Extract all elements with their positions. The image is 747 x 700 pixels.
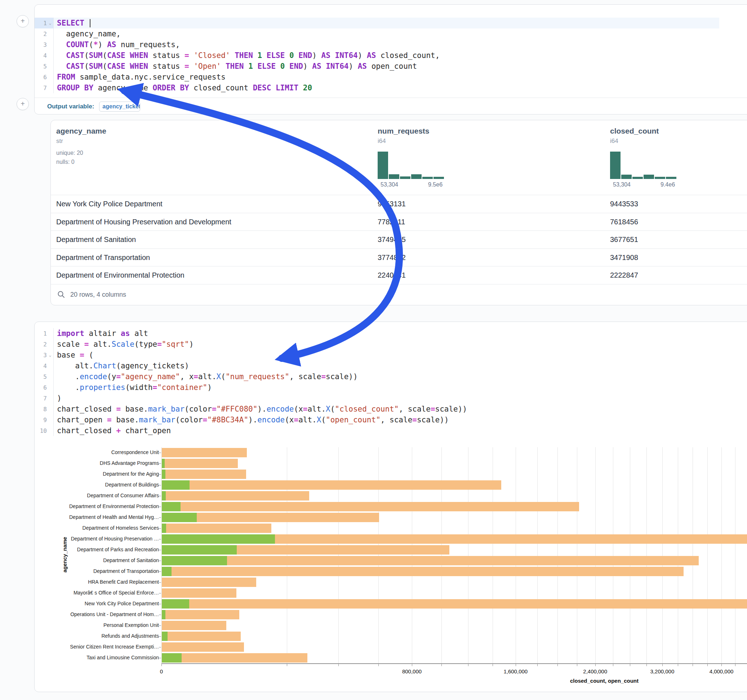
gridline — [721, 447, 722, 663]
bar-open-count — [162, 610, 165, 619]
y-axis-tick — [159, 593, 161, 593]
y-axis-tick — [159, 636, 161, 637]
gridline — [537, 447, 538, 663]
altair-chart: agency_name closed_count, open_count Cor… — [0, 0, 747, 700]
x-axis-tick — [378, 664, 379, 666]
x-axis-tick — [630, 664, 630, 666]
y-axis-tick — [159, 453, 161, 453]
y-axis-tick — [159, 658, 161, 658]
x-axis-tick-label: 2,400,000 — [583, 668, 607, 674]
y-axis-tick — [159, 561, 161, 561]
y-axis-label: Operations Unit - Department of Hom… — [57, 611, 159, 617]
bar-closed-count — [162, 469, 246, 479]
x-axis-tick — [558, 664, 558, 666]
x-axis-tick-label: 800,000 — [402, 668, 422, 674]
y-axis-label: Department of Buildings — [57, 482, 159, 487]
gridline — [412, 447, 412, 663]
bar-closed-count — [162, 653, 307, 662]
gridline — [693, 447, 693, 663]
x-axis-tick — [468, 664, 469, 666]
y-axis-tick — [159, 582, 161, 582]
bar-open-count — [162, 599, 189, 608]
gridline — [678, 447, 678, 663]
bar-closed-count — [162, 610, 239, 619]
y-axis-label: New York City Police Department — [57, 600, 159, 606]
bar-open-count — [162, 459, 165, 468]
bar-closed-count — [162, 491, 309, 501]
bar-open-count — [162, 513, 197, 522]
gridline — [493, 447, 493, 663]
gridline — [468, 447, 469, 663]
y-axis-label: Department of Transportation — [57, 568, 159, 574]
y-axis-tick — [159, 463, 161, 464]
y-axis-label: Department of Housing Preservation … — [57, 536, 159, 542]
x-axis-tick — [338, 664, 339, 666]
gridline — [338, 447, 339, 663]
x-axis-tick — [662, 664, 663, 666]
bar-open-count — [162, 523, 166, 533]
y-axis-label: Mayorâ€ s Office of Special Enforce… — [57, 590, 159, 596]
gridline — [662, 447, 663, 663]
x-axis-tick — [537, 664, 538, 666]
y-axis-tick — [159, 507, 161, 507]
gridline — [378, 447, 379, 663]
x-axis-tick — [442, 664, 442, 666]
gridline — [613, 447, 613, 663]
x-axis-tick — [162, 664, 162, 666]
y-axis-tick — [159, 485, 161, 486]
bar-closed-count — [162, 643, 244, 652]
bar-open-count — [162, 480, 189, 490]
gridline — [287, 447, 287, 663]
y-axis-label: Taxi and Limousine Commission — [57, 655, 159, 661]
bar-open-count — [162, 469, 165, 479]
y-axis-tick — [159, 647, 161, 647]
bar-closed-count — [162, 578, 256, 587]
x-axis-tick — [577, 664, 577, 666]
bar-closed-count — [162, 588, 236, 598]
bar-open-count — [162, 534, 275, 544]
y-axis-label: Correspondence Unit — [57, 450, 159, 455]
bar-open-count — [162, 567, 171, 576]
x-axis-tick — [595, 664, 596, 666]
x-axis-tick — [721, 664, 722, 666]
x-axis-line — [162, 663, 747, 664]
y-axis-label: Department of Parks and Recreation — [57, 547, 159, 552]
bar-closed-count — [162, 556, 699, 565]
gridline — [577, 447, 577, 663]
x-axis-tick — [493, 664, 493, 666]
bar-closed-count — [162, 523, 271, 533]
x-axis-tick-label: 0 — [160, 668, 163, 674]
bar-closed-count — [162, 480, 501, 490]
x-axis-tick — [613, 664, 613, 666]
y-axis-tick — [159, 496, 161, 496]
bar-open-count — [162, 491, 166, 501]
x-axis-tick-label: 4,000,000 — [709, 668, 734, 674]
y-axis-label: Department for the Aging — [57, 471, 159, 477]
bar-closed-count — [162, 459, 238, 468]
bar-closed-count — [162, 567, 683, 576]
gridline — [442, 447, 442, 663]
gridline — [558, 447, 558, 663]
x-axis-tick — [735, 664, 735, 666]
notebook-page: + + 1⌄SELECT 2 agency_name,3 COUNT(*) AS… — [0, 0, 747, 700]
x-axis-tick — [412, 664, 412, 666]
gridline — [516, 447, 516, 663]
y-axis-tick — [159, 539, 161, 539]
x-axis-tick — [287, 664, 287, 666]
y-axis-label: Personal Exemption Unit — [57, 622, 159, 628]
bar-closed-count — [162, 632, 241, 641]
gridline — [646, 447, 647, 663]
y-axis-label: DHS Advantage Programs — [57, 460, 159, 466]
bar-closed-count — [162, 448, 247, 457]
gridline — [735, 447, 735, 663]
y-axis-tick — [159, 517, 161, 518]
x-axis-tick — [516, 664, 516, 666]
y-axis-label: Refunds and Adjustments — [57, 633, 159, 639]
bar-closed-count — [162, 502, 579, 511]
y-axis-tick — [159, 572, 161, 572]
y-axis-tick — [159, 615, 161, 615]
x-axis-tick — [646, 664, 647, 666]
x-axis-title: closed_count, open_count — [570, 678, 638, 684]
bar-open-count — [162, 545, 237, 555]
x-axis-tick-label: 3,200,000 — [650, 668, 674, 674]
